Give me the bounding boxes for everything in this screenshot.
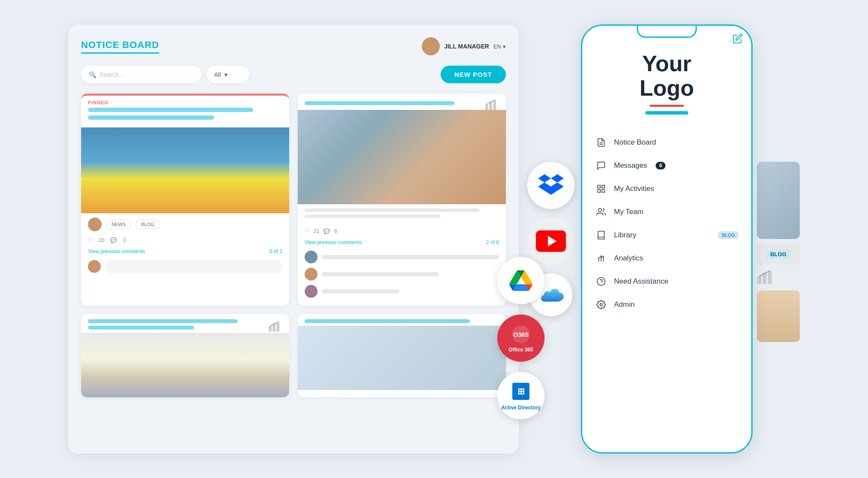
sidebar-item-my-activities[interactable]: My Activities (591, 177, 743, 200)
svg-marker-10 (538, 174, 551, 182)
google-drive-integration[interactable] (497, 257, 544, 304)
logo-text: Your Logo (595, 51, 738, 100)
post-card-pinned: PINNED NEWS BLOG ♡ 20 💬 (81, 94, 289, 306)
commenter-avatar (88, 260, 101, 273)
svg-rect-2 (493, 100, 496, 110)
post-title-lines (81, 108, 289, 127)
search-input-wrap[interactable]: 🔍 Search... (81, 66, 201, 83)
sidebar-item-messages[interactable]: Messages 6 (591, 154, 743, 177)
svg-marker-11 (551, 174, 564, 182)
lang-selector[interactable]: EN ▾ (493, 43, 506, 50)
admin-icon (595, 299, 607, 311)
comment-bubble (322, 289, 399, 293)
commenter-avatar-sm (305, 251, 318, 263)
svg-rect-3 (269, 326, 272, 332)
tag-news[interactable]: NEWS (106, 220, 131, 229)
office365-integration[interactable]: O365 Office 365 (497, 315, 544, 362)
nav-label-my-activities: My Activities (614, 185, 654, 193)
view-comments-link2[interactable]: View previous comments (305, 239, 362, 245)
active-directory-icon: ⊞ (510, 381, 532, 402)
comment-input[interactable] (105, 260, 282, 273)
svg-rect-32 (768, 271, 772, 284)
analytics-icon (595, 252, 607, 264)
messages-icon (595, 160, 607, 172)
sidebar-item-library[interactable]: Library BLOG (591, 224, 743, 247)
comment-input-area (81, 256, 289, 280)
avatar (422, 37, 440, 55)
office365-icon: O365 (510, 324, 532, 345)
mobile-panel: Your Logo (581, 24, 753, 454)
search-placeholder: Search... (100, 71, 124, 78)
comment-bubble (322, 255, 499, 259)
extra-image-block (757, 162, 800, 239)
active-directory-integration[interactable]: ⊞ Active Directory (497, 372, 544, 419)
tag-blog[interactable]: BLOG (136, 220, 160, 229)
post-image-notebook (81, 333, 289, 397)
nav-label-messages: Messages (614, 161, 647, 170)
comments-count: 3 (123, 237, 126, 243)
panel-header: NOTICE BOARD JILL MANAGER EN ▾ (81, 37, 506, 55)
user-info: JILL MANAGER EN ▾ (422, 37, 506, 55)
svg-text:O365: O365 (513, 331, 529, 338)
title-line (88, 115, 214, 120)
svg-text:⊞: ⊞ (517, 387, 525, 396)
post-card-bottom-left (81, 314, 289, 397)
sidebar-item-admin[interactable]: Admin (591, 293, 743, 316)
nav-label-library: Library (614, 231, 636, 239)
view-comments: View previous comments 0 of 3 (81, 247, 289, 256)
svg-rect-20 (602, 185, 605, 188)
comment-icon2: 💬 (324, 228, 330, 234)
post2-stats: ♡ 21 💬 6 (298, 225, 506, 238)
new-post-button[interactable]: NEW POST (441, 66, 506, 83)
svg-rect-0 (485, 104, 488, 110)
sidebar-item-analytics[interactable]: Analytics (591, 247, 743, 270)
right-section: Your Logo (527, 24, 800, 454)
nav-label-notice-board: Notice Board (614, 138, 656, 147)
sidebar-item-my-team[interactable]: My Team (591, 200, 743, 224)
pagination: 0 of 3 (269, 248, 282, 254)
comment-row (305, 268, 499, 281)
analytics-chart-icon (485, 99, 499, 110)
library-blog-badge: BLOG (718, 231, 738, 239)
search-bar-row: 🔍 Search... All ▾ NEW POST (81, 66, 506, 83)
edit-icon[interactable] (732, 33, 743, 45)
library-icon (595, 229, 607, 241)
title-line (88, 108, 253, 112)
messages-badge: 6 (656, 162, 665, 169)
svg-rect-19 (598, 185, 600, 188)
view-comments-link[interactable]: View previous comments (88, 248, 145, 254)
post-stats: ♡ 20 💬 3 (81, 236, 289, 247)
nav-menu: Notice Board Messages 6 (582, 127, 751, 452)
post-image (81, 127, 289, 213)
svg-point-23 (599, 209, 602, 212)
likes-count: 20 (99, 237, 104, 243)
office365-label: Office 365 (508, 347, 533, 353)
comment-icon: 💬 (110, 237, 117, 243)
likes-count2: 21 (314, 228, 319, 234)
posts-grid: PINNED NEWS BLOG ♡ 20 💬 (81, 94, 506, 397)
logo-cyan-bar (645, 111, 688, 115)
mobile-right-extras: BLOG (757, 136, 800, 342)
sidebar-item-need-assistance[interactable]: Need Assistance (591, 270, 743, 293)
extra-image-bottom (757, 290, 800, 342)
heart-icon: ♡ (88, 237, 93, 243)
svg-rect-30 (758, 277, 762, 284)
analytics-icon-bottom (269, 321, 282, 332)
sidebar-item-notice-board[interactable]: Notice Board (591, 131, 743, 154)
dropbox-bubble[interactable] (527, 162, 575, 209)
blog-badge-extra: BLOG (766, 250, 791, 259)
logo-area: Your Logo (582, 26, 751, 127)
pagination2: 2 of 6 (486, 239, 499, 245)
comment-row (305, 251, 499, 263)
commenter-avatar-sm (305, 285, 318, 298)
logo-red-bar (650, 105, 684, 107)
pinned-label: PINNED (81, 96, 289, 108)
comments-count2: 6 (334, 228, 337, 234)
need-assistance-icon (595, 275, 607, 287)
filter-dropdown[interactable]: All ▾ (206, 66, 249, 83)
post-image-people (298, 110, 506, 204)
commenter-avatar-sm (305, 268, 318, 281)
heart-icon2: ♡ (305, 228, 309, 234)
active-directory-label: Active Directory (501, 405, 541, 411)
my-team-icon (595, 206, 607, 218)
